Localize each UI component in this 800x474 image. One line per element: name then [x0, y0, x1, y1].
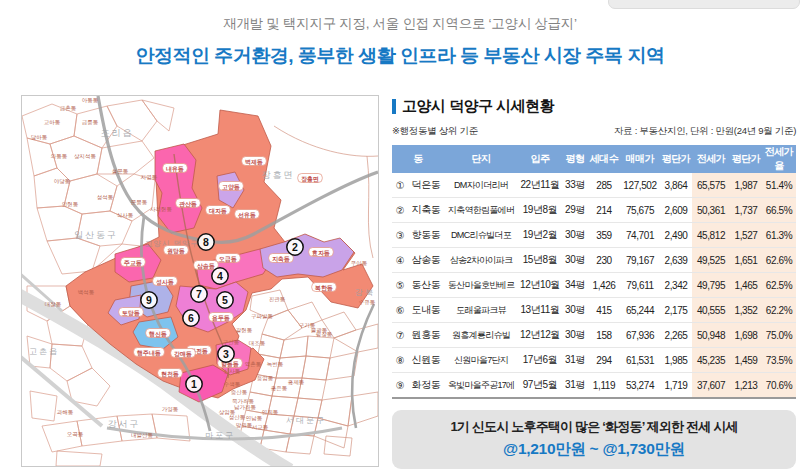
column-header: 단지 [444, 145, 518, 173]
table-row: ⑧신원동신원마을7단지17년6월31평29461,5311,98545,2351… [392, 348, 796, 373]
panel-title: 고양시 덕양구 시세현황 [392, 97, 796, 116]
map-pill-text: 원당동 [167, 248, 185, 255]
map-pill-label: 지축동 [269, 254, 294, 263]
map-marker: 3 [218, 346, 234, 362]
infographic-page: 재개발 및 택지지구 지정, 서울 인접 지역으로 ‘고양시 상급지’ 안정적인… [0, 0, 800, 474]
map-area-label: 마포구 [205, 431, 235, 440]
map-tiny-label: 식사동 [117, 212, 134, 218]
map-pill-text: 토당동 [122, 310, 140, 317]
map-tiny-label: 홍제동 [288, 379, 305, 385]
table-cell: 1,719 [660, 373, 692, 399]
table-cell: 1,527 [730, 223, 762, 248]
map-tiny-label: 증산동 [231, 389, 248, 395]
table-cell: 3,864 [660, 173, 692, 198]
map-tiny-label: 금촌동 [60, 105, 77, 111]
marker-number: 6 [188, 312, 194, 324]
map-tiny-label: 연남동 [246, 415, 263, 421]
table-cell: 신원동 [408, 348, 444, 373]
table-cell: DM자이더리버 [444, 173, 518, 198]
marker-number: 5 [222, 294, 228, 306]
table-cell: 원흥계룡리슈빌 [444, 323, 518, 348]
top-scrollbar[interactable] [608, 0, 800, 9]
table-cell: 2,175 [660, 298, 692, 323]
table-cell: 61,531 [620, 348, 660, 373]
table-cell: 도내동 [408, 298, 444, 323]
map-pill-text: 강매동 [174, 351, 192, 358]
marker-number: 7 [196, 288, 202, 300]
map-pill-text: 관산동 [179, 201, 197, 208]
map-pill-text: 선유동 [238, 212, 256, 219]
table-row: ⑥도내동도래울파크뷰13년11월30평41565,2442,17540,5551… [392, 298, 796, 323]
table-cell: 덕은동 [408, 173, 444, 198]
table-header-row: 동단지입주평형세대수매매가평단가전세가평단가전세가율 [392, 145, 796, 173]
table-cell: 12년12월 [518, 323, 562, 348]
table-cell: 1,459 [730, 348, 762, 373]
table-cell: 65,244 [620, 298, 660, 323]
map-tiny-label: 망원동 [236, 422, 253, 429]
table-cell: ⑨ [392, 373, 408, 399]
map-tiny-label: 수색동 [224, 381, 241, 387]
map-marker: 7 [191, 286, 207, 302]
table-cell: 40,555 [692, 298, 730, 323]
table-cell: 45,812 [692, 223, 730, 248]
table-cell: 옥빛마을주공17에 [444, 373, 518, 399]
table-cell: 동산동 [408, 273, 444, 298]
table-cell: 1,119 [588, 373, 620, 399]
district-map: 고양시 덕양구 조리읍장흥면일산동구고촌읍강서구강북마포구서대문구 아동동금촌동… [21, 95, 379, 467]
table-cell: 지축동 [408, 198, 444, 223]
column-header: 동 [392, 145, 444, 173]
marker-number: 9 [146, 294, 152, 306]
table-cell: 신원마을7단지 [444, 348, 518, 373]
table-row: ①덕은동DM자이더리버22년11월33평285127,5023,86465,57… [392, 173, 796, 198]
map-tiny-label: 금릉동 [82, 119, 99, 125]
map-tiny-label: 대조동 [249, 340, 266, 346]
table-row: ④삼송동삼송2차아이파크15년8월30평23079,1672,63949,525… [392, 248, 796, 273]
table-cell: 1,426 [588, 273, 620, 298]
map-pill-label: 내유동 [163, 164, 188, 173]
map-area-label: 조리읍 [101, 128, 134, 138]
map-marker: 4 [212, 268, 228, 284]
table-cell: 74,701 [620, 223, 660, 248]
table-cell: 1,213 [730, 373, 762, 399]
table-cell: 75.0% [762, 323, 796, 348]
map-pill-text: 용두동 [212, 315, 230, 322]
table-row: ⑨화정동옥빛마을주공17에97년5월31평1,11953,2741,71937,… [392, 373, 796, 399]
table-cell: ① [392, 173, 408, 198]
map-tiny-label: 내발산동 [131, 432, 154, 438]
table-cell: 75,675 [620, 198, 660, 223]
table-cell: 30평 [562, 248, 588, 273]
marker-number: 2 [292, 241, 298, 253]
map-tiny-label: 오곡동 [67, 431, 84, 437]
table-cell: 12년10월 [518, 273, 562, 298]
map-pill-label: 효자동 [309, 248, 334, 257]
map-pill-label: 고양동 [219, 182, 244, 191]
map-area-label: 강서구 [108, 419, 141, 429]
marker-number: 1 [191, 378, 197, 390]
table-cell: 2,609 [660, 198, 692, 223]
map-marker: 8 [198, 234, 214, 250]
table-cell: ③ [392, 223, 408, 248]
table-cell: 화정동 [408, 373, 444, 399]
map-pill-label: 관산동 [176, 199, 201, 208]
map-tiny-label: 교하동 [44, 119, 61, 125]
table-cell: 19년8월 [518, 198, 562, 223]
map-pill-text: 벽제동 [245, 159, 263, 166]
table-cell: 22년11월 [518, 173, 562, 198]
map-tiny-label: 녹번동 [267, 361, 284, 367]
map-pill-text: 오금동 [219, 256, 237, 263]
table-cell: 230 [588, 248, 620, 273]
table-cell: 34평 [562, 273, 588, 298]
table-cell: 삼송동 [408, 248, 444, 273]
map-tiny-label: 지영동 [141, 174, 158, 181]
map-tiny-label: 진관동 [269, 296, 286, 302]
table-cell: 29평 [562, 198, 588, 223]
map-pill-text: 대자동 [209, 208, 227, 215]
map-pill-text: 행주내동 [137, 350, 161, 357]
map-tiny-label: 과해동 [57, 409, 74, 415]
summary-box: 1기 신도시 노후주택이 많은 ‘화정동’ 제외한 전세 시세 @1,210만원… [392, 410, 796, 469]
table-cell: 31평 [562, 348, 588, 373]
table-cell: 30평 [562, 223, 588, 248]
map-tiny-label: 백석동 [78, 289, 95, 295]
table-cell: 33평 [562, 173, 588, 198]
map-pill-text: 지축동 [272, 255, 290, 263]
